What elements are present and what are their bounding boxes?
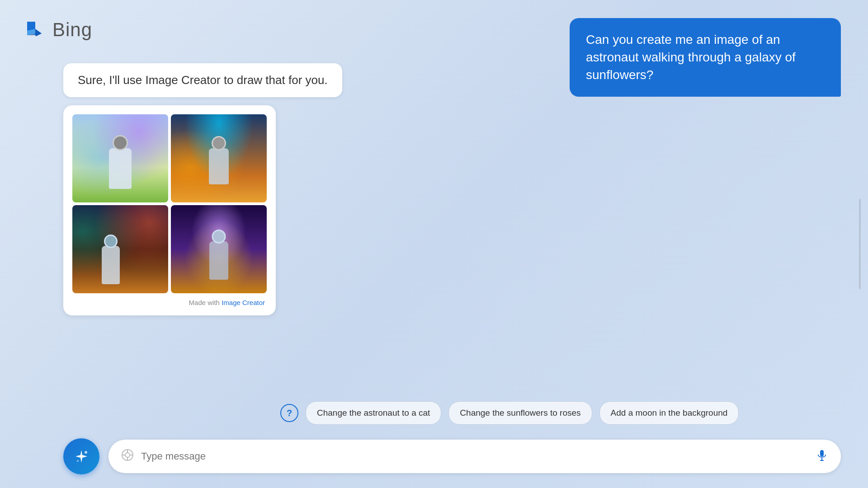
input-bar-area: [63, 438, 841, 474]
suggestion-chip-3[interactable]: Add a moon in the background: [599, 401, 739, 425]
microphone-icon[interactable]: [816, 449, 828, 465]
scrollbar[interactable]: [859, 199, 861, 289]
svg-point-1: [77, 460, 79, 462]
generated-image-1[interactable]: [72, 114, 168, 202]
suggestions-area: ? Change the astronaut to a cat Change t…: [280, 401, 739, 425]
image-grid-container: Made with Image Creator: [63, 105, 276, 315]
svg-point-0: [85, 451, 87, 454]
help-icon[interactable]: ?: [280, 404, 298, 422]
message-input[interactable]: [141, 450, 808, 462]
generated-image-3[interactable]: [72, 205, 168, 293]
suggestion-chip-1[interactable]: Change the astronaut to a cat: [306, 401, 441, 425]
assistant-response-bubble: Sure, I'll use Image Creator to draw tha…: [63, 63, 342, 97]
suggestion-chip-2[interactable]: Change the sunflowers to roses: [448, 401, 592, 425]
chat-icon: [121, 449, 134, 465]
user-message-bubble: Can you create me an image of an astrona…: [570, 18, 841, 97]
generated-image-4[interactable]: [171, 205, 267, 293]
image-grid: [72, 114, 267, 293]
assistant-response-text: Sure, I'll use Image Creator to draw tha…: [78, 73, 328, 87]
image-creator-link[interactable]: Image Creator: [222, 299, 265, 306]
bing-logo-icon: [23, 18, 46, 42]
svg-rect-8: [820, 450, 824, 456]
svg-point-3: [125, 453, 130, 457]
made-with-label: Made with Image Creator: [72, 299, 267, 306]
bing-action-button[interactable]: [63, 438, 99, 474]
app-title: Bing: [52, 19, 92, 41]
assistant-area: Sure, I'll use Image Creator to draw tha…: [63, 63, 342, 315]
generated-image-2[interactable]: [171, 114, 267, 202]
user-message-text: Can you create me an image of an astrona…: [586, 33, 796, 82]
header: Bing: [23, 18, 92, 42]
sparkle-icon: [72, 447, 90, 465]
message-input-box[interactable]: [108, 440, 841, 473]
